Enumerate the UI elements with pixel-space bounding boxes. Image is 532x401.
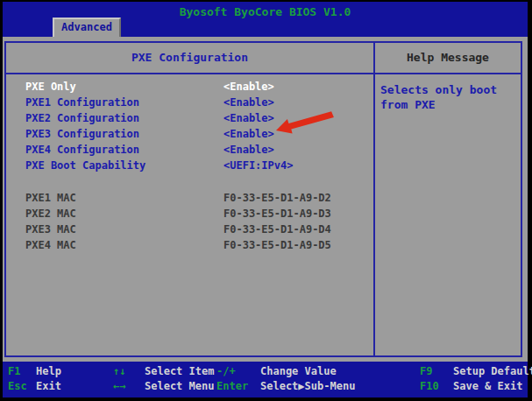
readonly-pxe1-mac: PXE1 MAC F0-33-E5-D1-A9-D2 — [6, 190, 373, 206]
tab-advanced[interactable]: Advanced — [53, 18, 121, 37]
settings-list: PXE Only <Enable> PXE1 Configuration <En… — [6, 74, 375, 355]
item-label: PXE Only — [25, 81, 76, 93]
hint-enter-sub-menu: EnterSelect▶Sub-Menu — [216, 379, 355, 394]
panel-box: PXE Configuration Help Message PXE Only … — [4, 41, 522, 357]
hint-column-2: ↑↓Select Item ←→Select Menu — [113, 364, 214, 394]
readonly-pxe4-mac: PXE4 MAC F0-33-E5-D1-A9-D5 — [6, 237, 373, 253]
menu-item-pxe-only[interactable]: PXE Only <Enable> — [6, 79, 373, 95]
item-label: PXE Boot Capability — [25, 159, 145, 172]
page-title: PXE Configuration — [6, 43, 375, 74]
list-spacer — [6, 173, 373, 190]
hint-label: Select Item — [145, 365, 214, 377]
key-hint-bar: F1Help EscExit ↑↓Select Item ←→Select Me… — [3, 362, 528, 397]
title-bar: Byosoft ByoCore BIOS V1.0 Advanced — [3, 2, 528, 37]
hint-f10-save-exit: F10Save & Exit — [420, 379, 532, 394]
mac-address-value: F0-33-E5-D1-A9-D4 — [223, 222, 331, 237]
readonly-pxe3-mac: PXE3 MAC F0-33-E5-D1-A9-D4 — [6, 222, 373, 237]
hint-updown-select-item: ↑↓Select Item — [113, 364, 214, 379]
hint-label: Setup Defaults — [453, 365, 532, 377]
hint-label: Exit — [36, 380, 61, 392]
mac-address-value: F0-33-E5-D1-A9-D2 — [223, 190, 331, 206]
key-minus-plus: -/+ — [216, 364, 260, 379]
help-text: Selects only boot from PXE — [375, 74, 521, 355]
key-f1: F1 — [8, 364, 36, 379]
menu-item-pxe-boot-capability[interactable]: PXE Boot Capability <UEFI:IPv4> — [6, 158, 373, 173]
key-updown-arrows-icon: ↑↓ — [113, 364, 145, 379]
item-value: <Enable> — [223, 110, 274, 126]
menu-item-pxe3-configuration[interactable]: PXE3 Configuration <Enable> — [6, 126, 373, 142]
item-value: <Enable> — [223, 79, 274, 95]
item-label: PXE2 Configuration — [25, 112, 139, 124]
menu-item-pxe4-configuration[interactable]: PXE4 Configuration <Enable> — [6, 142, 373, 158]
hint-label: Select▶Sub-Menu — [260, 380, 355, 392]
help-panel-title: Help Message — [375, 43, 521, 74]
key-f9: F9 — [420, 364, 453, 379]
main-area: PXE Configuration Help Message PXE Only … — [3, 37, 528, 362]
item-label: PXE3 Configuration — [25, 128, 139, 140]
hint-label: Help — [36, 365, 61, 377]
hint-column-4: F9Setup Defaults F10Save & Exit — [420, 364, 532, 394]
menu-item-pxe1-configuration[interactable]: PXE1 Configuration <Enable> — [6, 95, 373, 110]
readonly-pxe2-mac: PXE2 MAC F0-33-E5-D1-A9-D3 — [6, 206, 373, 222]
hint-f9-setup-defaults: F9Setup Defaults — [420, 364, 532, 379]
bios-screen: Byosoft ByoCore BIOS V1.0 Advanced PXE C… — [0, 0, 532, 401]
bios-title: Byosoft ByoCore BIOS V1.0 — [3, 5, 528, 18]
hint-column-1: F1Help EscExit — [8, 364, 61, 394]
hint-minusplus-change-value: -/+Change Value — [216, 364, 355, 379]
key-f10: F10 — [420, 379, 453, 394]
hint-leftright-select-menu: ←→Select Menu — [113, 379, 214, 394]
item-value: <UEFI:IPv4> — [223, 158, 293, 173]
key-leftright-arrows-icon: ←→ — [113, 379, 145, 394]
mac-address-value: F0-33-E5-D1-A9-D3 — [223, 206, 331, 222]
mac-address-value: F0-33-E5-D1-A9-D5 — [223, 237, 331, 253]
item-label: PXE4 Configuration — [25, 144, 139, 156]
item-value: <Enable> — [223, 126, 274, 142]
readonly-label: PXE3 MAC — [25, 223, 76, 236]
item-value: <Enable> — [223, 95, 274, 110]
readonly-label: PXE4 MAC — [25, 239, 76, 251]
item-label: PXE1 Configuration — [25, 96, 139, 109]
hint-label: Select Menu — [145, 380, 214, 392]
hint-label: Change Value — [260, 365, 337, 377]
item-value: <Enable> — [223, 142, 274, 158]
hint-f1-help: F1Help — [8, 364, 61, 379]
hint-column-3: -/+Change Value EnterSelect▶Sub-Menu — [216, 364, 355, 394]
hint-esc-exit: EscExit — [8, 379, 61, 394]
hint-label: Save & Exit — [453, 380, 522, 392]
menu-item-pxe2-configuration[interactable]: PXE2 Configuration <Enable> — [6, 110, 373, 126]
readonly-label: PXE1 MAC — [25, 192, 76, 204]
key-esc: Esc — [8, 379, 36, 394]
key-enter: Enter — [216, 379, 260, 394]
readonly-label: PXE2 MAC — [25, 208, 76, 220]
